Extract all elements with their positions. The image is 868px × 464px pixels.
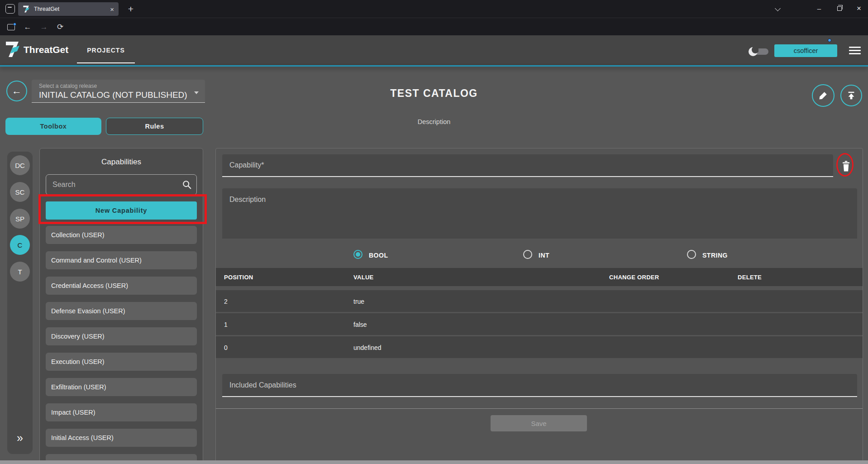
page-title: TEST CATALOG bbox=[0, 87, 868, 100]
app-header: ThreatGet PROJECTS bbox=[0, 35, 868, 65]
library-icon[interactable] bbox=[5, 4, 15, 14]
radio-string-label: STRING bbox=[702, 252, 728, 259]
capability-list-item[interactable]: Discovery (USER) bbox=[46, 327, 197, 345]
threatget-favicon bbox=[23, 5, 30, 13]
capability-list-item[interactable]: Execution (USER) bbox=[46, 353, 197, 371]
annotation-ellipse bbox=[836, 153, 854, 177]
capability-list-item[interactable]: Exfiltration (USER) bbox=[46, 378, 197, 396]
browser-tab[interactable]: ThreatGet × bbox=[18, 2, 119, 16]
capability-name-label: Capability* bbox=[229, 161, 264, 169]
category-rail: DC SC SP C T » bbox=[7, 152, 33, 454]
new-tab-button[interactable]: + bbox=[124, 2, 138, 16]
cell-position: 1 bbox=[224, 321, 228, 328]
threatget-logo bbox=[5, 41, 20, 58]
window-minimize-button[interactable]: – bbox=[809, 0, 829, 17]
rail-avatar-c-active[interactable]: C bbox=[10, 235, 30, 255]
edit-catalog-button[interactable] bbox=[812, 84, 835, 107]
forward-button[interactable]: → bbox=[37, 18, 51, 36]
form-divider bbox=[216, 408, 863, 409]
included-capabilities-label: Included Capabilities bbox=[229, 381, 296, 389]
radio-string[interactable] bbox=[687, 250, 696, 259]
capability-list-item[interactable]: Defense Evasion (USER) bbox=[46, 302, 197, 320]
capability-list-item[interactable]: Impact (USER) bbox=[46, 403, 197, 421]
table-row[interactable]: 0 undefined bbox=[216, 336, 863, 358]
back-button[interactable]: ← bbox=[21, 18, 34, 36]
radio-bool[interactable] bbox=[353, 250, 362, 259]
capabilities-title: Capabilities bbox=[40, 158, 203, 167]
tab-title: ThreatGet bbox=[34, 6, 110, 12]
search-box bbox=[46, 174, 197, 195]
screen: ThreatGet × + – × ← → ⟳ http://localhost… bbox=[0, 0, 868, 464]
upload-icon bbox=[846, 91, 856, 100]
description-field[interactable]: Description bbox=[222, 188, 857, 239]
rail-avatar-t[interactable]: T bbox=[10, 262, 30, 282]
radio-int[interactable] bbox=[523, 250, 532, 259]
cell-value: false bbox=[353, 321, 367, 328]
capability-list-item[interactable]: Credential Access (USER) bbox=[46, 277, 197, 295]
window-restore-button[interactable] bbox=[830, 0, 850, 17]
save-button[interactable]: Save bbox=[491, 415, 587, 431]
col-value: VALUE bbox=[353, 274, 374, 281]
table-row[interactable]: 1 false bbox=[216, 313, 863, 335]
capability-list-item[interactable]: Initial Access (USER) bbox=[46, 429, 197, 447]
nav-projects[interactable]: PROJECTS bbox=[77, 35, 135, 65]
capability-list-item[interactable]: Command and Control (USER) bbox=[46, 251, 197, 269]
restore-icon bbox=[837, 6, 842, 11]
col-position: POSITION bbox=[224, 274, 253, 281]
annotation-rectangle bbox=[38, 194, 207, 224]
app-menu-icon[interactable] bbox=[849, 47, 861, 54]
browser-titlebar: ThreatGet × + – × bbox=[0, 0, 868, 18]
sidebar-icon[interactable] bbox=[7, 24, 15, 30]
cell-position: 0 bbox=[224, 344, 228, 351]
radio-int-label: INT bbox=[539, 252, 549, 259]
capability-form-panel: Capability* Description BOOL INT STRING … bbox=[215, 148, 863, 464]
type-radio-group: BOOL INT STRING bbox=[216, 248, 863, 263]
rail-avatar-dc[interactable]: DC bbox=[10, 155, 30, 175]
horizontal-scrollbar[interactable] bbox=[0, 460, 868, 464]
search-icon[interactable] bbox=[182, 180, 192, 190]
dark-mode-moon-icon[interactable] bbox=[748, 46, 758, 57]
publish-catalog-button[interactable] bbox=[840, 85, 862, 106]
app-name: ThreatGet bbox=[24, 44, 68, 55]
rail-expand-button[interactable]: » bbox=[7, 431, 33, 445]
included-capabilities-field[interactable]: Included Capabilities bbox=[222, 374, 857, 397]
account-notification-dot bbox=[828, 38, 831, 42]
col-change-order: CHANGE ORDER bbox=[609, 274, 659, 281]
rail-avatar-sp[interactable]: SP bbox=[10, 209, 30, 229]
cell-position: 2 bbox=[224, 298, 228, 305]
list-tabs-chevron-icon[interactable] bbox=[776, 6, 780, 11]
col-delete: DELETE bbox=[738, 274, 762, 281]
cell-value: undefined bbox=[353, 344, 382, 351]
window-close-button[interactable]: × bbox=[849, 0, 868, 17]
notification-dot bbox=[13, 23, 16, 26]
tab-rules[interactable]: Rules bbox=[106, 118, 203, 135]
radio-bool-label: BOOL bbox=[369, 252, 388, 259]
header-accent-line bbox=[0, 65, 868, 67]
description-label: Description bbox=[229, 196, 266, 204]
capability-list-item[interactable]: Collection (USER) bbox=[46, 226, 197, 244]
user-button[interactable]: csofficer bbox=[774, 44, 837, 57]
reload-button[interactable]: ⟳ bbox=[53, 18, 67, 36]
tab-close-icon[interactable]: × bbox=[110, 5, 114, 13]
browser-toolbar: ← → ⟳ http://localhost:4200/#/catalogs/2… bbox=[0, 18, 868, 35]
search-input[interactable] bbox=[46, 175, 196, 195]
capability-name-field[interactable]: Capability* bbox=[222, 154, 833, 177]
cell-value: true bbox=[353, 298, 364, 305]
tab-toolbox[interactable]: Toolbox bbox=[5, 118, 101, 135]
table-row[interactable]: 2 true bbox=[216, 290, 863, 312]
values-table-header: POSITION VALUE CHANGE ORDER DELETE bbox=[216, 268, 863, 286]
rail-avatar-sc[interactable]: SC bbox=[10, 182, 30, 202]
pencil-icon bbox=[818, 91, 828, 100]
